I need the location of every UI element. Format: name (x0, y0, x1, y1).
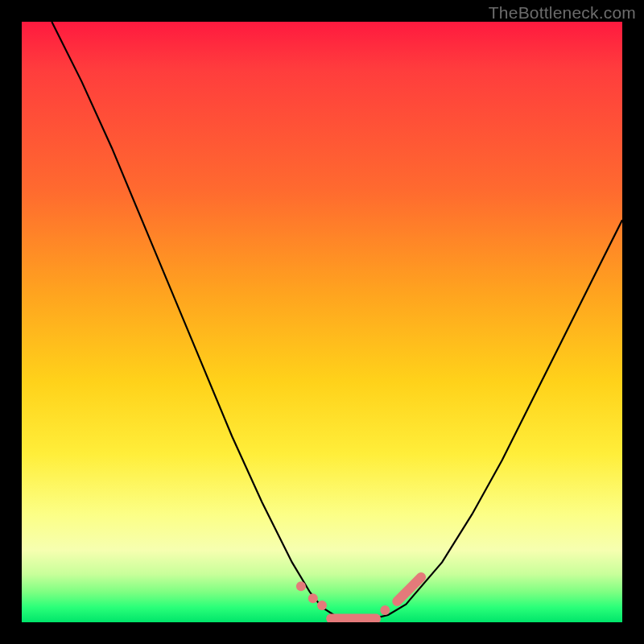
watermark-text: TheBottleneck.com (489, 3, 636, 23)
plot-area (22, 22, 622, 622)
marker-right-segment (397, 577, 421, 601)
marker-dot (296, 581, 306, 591)
bottleneck-curve (52, 22, 622, 619)
marker-dot (380, 605, 390, 615)
chart-frame: TheBottleneck.com (0, 0, 644, 644)
marker-dot (308, 593, 318, 603)
curve-svg (22, 22, 622, 622)
marker-group (296, 577, 421, 618)
marker-dot (317, 601, 327, 610)
